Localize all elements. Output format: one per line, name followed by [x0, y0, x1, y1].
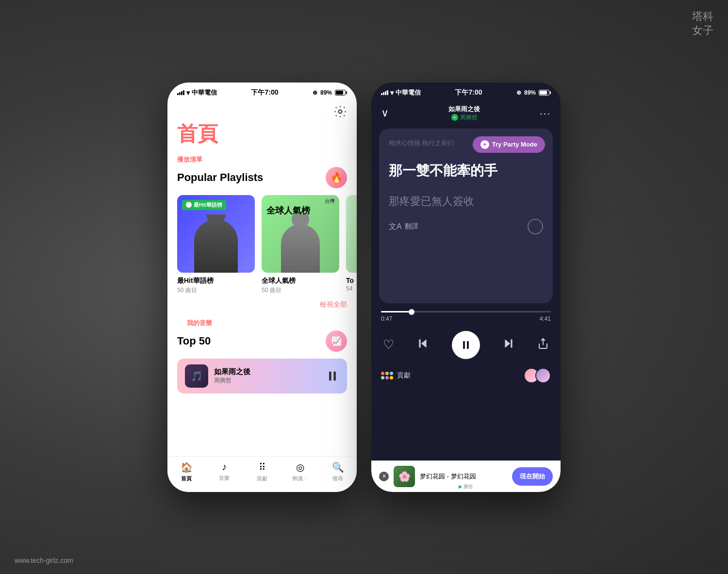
mini-pause-button[interactable]	[326, 369, 339, 383]
translate-button[interactable]: 文A 翻譯	[389, 222, 418, 232]
credits-left[interactable]: 貢獻	[381, 371, 411, 380]
player-track-name: 如果雨之後	[448, 105, 480, 114]
status-bar-right: ▾ 中華電信 下午7:00 ⊕ 89%	[371, 82, 561, 101]
left-phone: ▾ 中華電信 下午7:00 ⊕ 89%	[167, 82, 357, 492]
nav-home[interactable]: 🏠 首頁	[167, 461, 205, 482]
svg-rect-9	[511, 339, 512, 347]
ad-close-button[interactable]: ✕	[379, 472, 389, 481]
trending-badge: 📈	[326, 330, 347, 352]
nav-contribute-label: 貢獻	[257, 475, 267, 482]
music-nav-icon: ♪	[222, 461, 227, 473]
carrier-signal-right: ▾ 中華電信	[381, 88, 421, 97]
share-icon	[537, 338, 549, 349]
left-header	[167, 101, 357, 118]
heart-button[interactable]: ♡	[383, 337, 394, 352]
prev-button[interactable]	[416, 337, 429, 353]
avatar-inner-2	[536, 369, 550, 382]
playlist-card-1[interactable]: 最Hit華語榜 最Hit華語榜 50 曲目	[177, 195, 255, 295]
bar3	[181, 91, 182, 95]
playlist-count-3-partial: 54	[346, 285, 357, 292]
credits-icon	[381, 372, 393, 379]
time-current: 0:47	[381, 315, 392, 322]
playlists-label: 播放清單	[167, 155, 357, 167]
rbar2	[383, 92, 384, 95]
nav-home-label: 首頁	[181, 475, 192, 482]
my-music-title: Top 50	[177, 335, 211, 347]
play-pause-button[interactable]	[452, 331, 480, 359]
right-phone: ▾ 中華電信 下午7:00 ⊕ 89% ∨ 如果雨之後	[371, 82, 561, 492]
my-music-section: 我的音樂 Top 50 📈 🎵 如果雨之後 周興哲	[167, 315, 357, 394]
watermark-top: 塔科 女子	[692, 10, 713, 37]
svg-rect-2	[333, 371, 336, 380]
search-nav-icon: 🔍	[332, 461, 344, 473]
pause-icon	[460, 339, 472, 351]
signal-bars	[177, 90, 184, 95]
playlist-card-2[interactable]: 台灣 全球人氣榜 全球人氣榜 50 曲目	[262, 195, 339, 295]
dot5	[385, 376, 389, 379]
more-options-icon[interactable]: ···	[540, 108, 551, 119]
player-header: ∨ 如果雨之後 周興哲 ···	[371, 101, 561, 129]
status-bar-left: ▾ 中華電信 下午7:00 ⊕ 89%	[167, 82, 357, 101]
music-note-icon: 🎵	[191, 370, 203, 382]
svg-rect-6	[463, 341, 465, 349]
home-nav-icon: 🏠	[181, 461, 193, 473]
avatar-group	[524, 368, 551, 383]
track-title: 如果雨之後	[214, 367, 320, 377]
playlist-badge-tw: 台灣	[325, 198, 334, 205]
progress-section: 0:47 4:41	[371, 303, 561, 327]
party-mode-button[interactable]: + Try Party Mode	[473, 136, 545, 153]
playlist-card-3-partial[interactable]: To 54	[346, 195, 357, 295]
battery-fill-right	[540, 91, 547, 95]
page-title: 首頁	[177, 120, 347, 148]
ad-footer-label: ▶ 廣告	[459, 483, 473, 490]
now-playing-info: 如果雨之後 周興哲	[214, 367, 320, 385]
playlist-name-2: 全球人氣榜	[262, 277, 339, 285]
status-time-right: 下午7:00	[455, 88, 482, 97]
now-playing-bar[interactable]: 🎵 如果雨之後 周興哲	[177, 359, 347, 394]
next-button[interactable]	[502, 337, 515, 353]
track-artist: 周興哲	[214, 377, 320, 385]
progress-thumb	[409, 309, 414, 315]
spotify-icon	[451, 114, 458, 121]
playlists-title: Popular Playlists	[177, 171, 263, 184]
ad-cta-button[interactable]: 現在開始	[512, 467, 553, 486]
progress-fill	[381, 311, 412, 312]
playlists-row: 最Hit華語榜 最Hit華語榜 50 曲目 台灣 全球人氣榜	[167, 195, 357, 295]
chevron-down-icon[interactable]: ∨	[381, 107, 389, 119]
phones-container: ▾ 中華電信 下午7:00 ⊕ 89%	[167, 82, 561, 492]
nav-search[interactable]: 🔍 搜尋	[319, 461, 357, 482]
battery-body-right	[539, 90, 549, 96]
svg-rect-7	[467, 341, 469, 349]
progress-bar[interactable]	[381, 311, 551, 312]
ad-label-text: 廣告	[463, 483, 473, 490]
battery-cap	[346, 91, 347, 94]
rbar4	[387, 90, 388, 95]
playlist-count-1: 50 曲目	[177, 286, 255, 295]
battery-icon-right	[539, 90, 551, 96]
lyrics-card: + Try Party Mode 相求心情後,執行之前们 那一雙不能牽的手 那疼…	[379, 129, 553, 303]
translate-label: 翻譯	[405, 222, 418, 231]
settings-icon[interactable]	[333, 105, 347, 118]
carrier-name: 中華電信	[192, 88, 217, 97]
playlist-thumb-1: 最Hit華語榜	[177, 195, 255, 273]
share-button[interactable]	[537, 338, 549, 352]
battery-pct: 89%	[320, 89, 332, 96]
carrier-signal: ▾ 中華電信	[177, 88, 217, 97]
nav-search-label: 搜尋	[332, 475, 343, 482]
bar4	[183, 90, 184, 95]
view-all-button[interactable]: 檢視全部	[167, 295, 357, 315]
player-artist-name: 周興哲	[460, 114, 478, 122]
dot3	[390, 372, 393, 375]
ad-play-icon: ▶	[459, 484, 463, 489]
wifi-icon: ▾	[186, 89, 190, 97]
nav-contribute[interactable]: ⠿ 貢獻	[243, 461, 281, 482]
dot2	[385, 372, 389, 375]
person-figure-2	[262, 214, 339, 273]
playlist-thumb-2: 台灣 全球人氣榜	[262, 195, 339, 273]
nav-music[interactable]: ♪ 音樂	[205, 461, 243, 482]
battery-fill	[336, 91, 343, 95]
nav-identify[interactable]: ◎ 辨識・	[281, 461, 319, 482]
circle-button[interactable]	[528, 219, 543, 234]
my-music-header: Top 50 📈	[177, 330, 347, 352]
status-time: 下午7:00	[251, 88, 278, 97]
